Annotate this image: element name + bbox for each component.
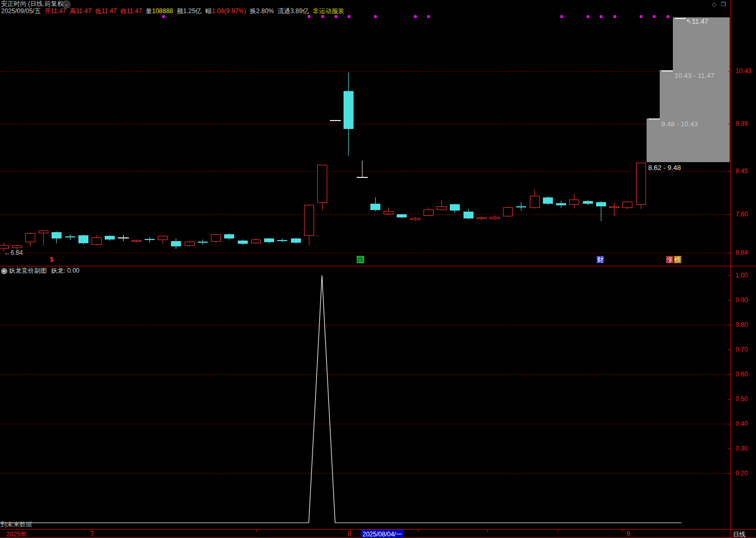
time-axis-label: 2025年	[6, 530, 27, 538]
panel-separator	[0, 266, 756, 266]
info-text: 低	[95, 7, 102, 15]
candle-body	[92, 237, 102, 244]
main-price-chart[interactable]	[0, 15, 730, 266]
lowest-price-label: ←6.84	[4, 249, 23, 256]
info-text: 非运动服装	[313, 7, 344, 15]
info-text: 108888	[152, 7, 173, 15]
time-axis-label[interactable]: 日线	[733, 530, 745, 538]
indicator-spike-line	[0, 275, 681, 523]
candle-flat-dash	[118, 237, 129, 238]
candle-body	[291, 238, 301, 243]
info-text: 11.47	[127, 7, 142, 15]
candle-body	[450, 204, 460, 211]
news-marker[interactable]: 跌	[357, 256, 364, 263]
axis-value-label: 0.60	[735, 371, 748, 378]
price-gridline	[0, 214, 730, 215]
time-axis-tick	[622, 529, 623, 532]
axis-value-label: 0.90	[735, 296, 748, 304]
info-text: 量	[146, 7, 152, 15]
candle-body	[277, 240, 287, 241]
candle-body	[609, 206, 619, 208]
axis-value-label: 0.80	[735, 321, 748, 328]
signal-dot	[321, 15, 324, 18]
diamond-icon[interactable]: ◇	[712, 1, 716, 8]
info-segment: 流通3.89亿	[278, 7, 309, 15]
info-text: 1.04(9.97%)	[211, 7, 246, 15]
candle-body	[0, 245, 9, 249]
info-segment: 额1.25亿	[177, 7, 201, 15]
info-text: 流通	[278, 7, 290, 15]
candle-body	[556, 203, 566, 205]
selected-date-label[interactable]: 2025/08/04/一	[361, 530, 404, 538]
info-segment: 量108888	[146, 7, 173, 15]
candle-body	[636, 163, 646, 205]
news-marker[interactable]: 涨	[666, 256, 673, 263]
signal-dot	[348, 15, 350, 18]
signal-dot	[335, 15, 337, 18]
info-text: 幅	[205, 7, 211, 15]
candle-flat-dash	[662, 71, 673, 72]
time-axis-label: 9	[627, 530, 630, 537]
axis-value-label: 10.43	[735, 67, 751, 75]
signal-dot	[162, 15, 165, 18]
info-text: 2.80%	[256, 7, 274, 15]
info-segment: 2025/09/05/五	[1, 7, 41, 15]
info-text: 11.47	[102, 7, 117, 15]
info-text: 11.47	[76, 7, 92, 15]
axis-value-label: 9.39	[735, 120, 748, 127]
candle-body	[424, 210, 434, 216]
signal-dot	[414, 15, 417, 18]
candle-body	[490, 217, 500, 219]
candle-flat-dash	[357, 177, 368, 178]
limit-range-label: 9.48 - 10.43	[661, 120, 698, 128]
candle-body	[384, 211, 394, 214]
signal-dot	[560, 15, 563, 18]
info-segment: 高11.47	[70, 7, 92, 15]
candle-body	[78, 235, 88, 243]
candle-body	[132, 240, 142, 242]
candle-body	[410, 218, 420, 220]
time-axis-label: 7	[90, 530, 94, 537]
signal-dot	[587, 15, 589, 18]
axis-value-label: 0.50	[735, 395, 748, 403]
info-text: 1.25亿	[183, 7, 201, 15]
signal-dot	[613, 15, 616, 18]
time-axis-label: 8	[348, 530, 351, 537]
limit-range-label: 10.43 - 11.47	[674, 72, 714, 79]
candle-body	[317, 165, 327, 203]
news-marker[interactable]: 财	[597, 256, 604, 263]
news-marker[interactable]: 榜	[674, 256, 681, 263]
axis-value-label: 6.84	[735, 249, 748, 256]
limit-range-label: 8.62 - 9.48	[648, 164, 681, 172]
candle-body	[304, 205, 314, 236]
future-data-note: 到未来数据	[1, 521, 32, 528]
signal-dot	[640, 15, 642, 18]
candle-body	[171, 241, 181, 246]
info-text: 收	[120, 7, 127, 15]
candle-body	[224, 234, 234, 238]
candle-body	[397, 214, 407, 217]
window-icon[interactable]: ❐	[721, 1, 726, 8]
candle-body	[52, 232, 62, 238]
candle-body	[596, 202, 606, 206]
candle-body	[516, 206, 526, 207]
candle-body	[437, 206, 447, 211]
info-text: 3.89亿	[290, 7, 309, 15]
candle-body	[477, 217, 487, 219]
candle-wick	[362, 161, 362, 178]
price-axis-line	[730, 0, 731, 538]
price-gridline	[0, 171, 730, 172]
time-axis-tick	[487, 529, 488, 532]
axis-value-label: 0.20	[735, 470, 748, 477]
sell-signal-marker: $	[50, 256, 54, 263]
candle-body	[12, 245, 22, 248]
stock-title: 安正时尚 (日线.前复权)	[1, 0, 66, 7]
info-text: 11.47	[51, 7, 66, 15]
candle-body	[238, 241, 248, 244]
indicator-line-chart	[0, 267, 730, 529]
info-text: 高	[70, 7, 76, 15]
signal-dot	[667, 15, 669, 18]
limit-up-range-box	[673, 17, 730, 70]
candle-body	[198, 242, 208, 243]
candle-body	[105, 236, 115, 240]
